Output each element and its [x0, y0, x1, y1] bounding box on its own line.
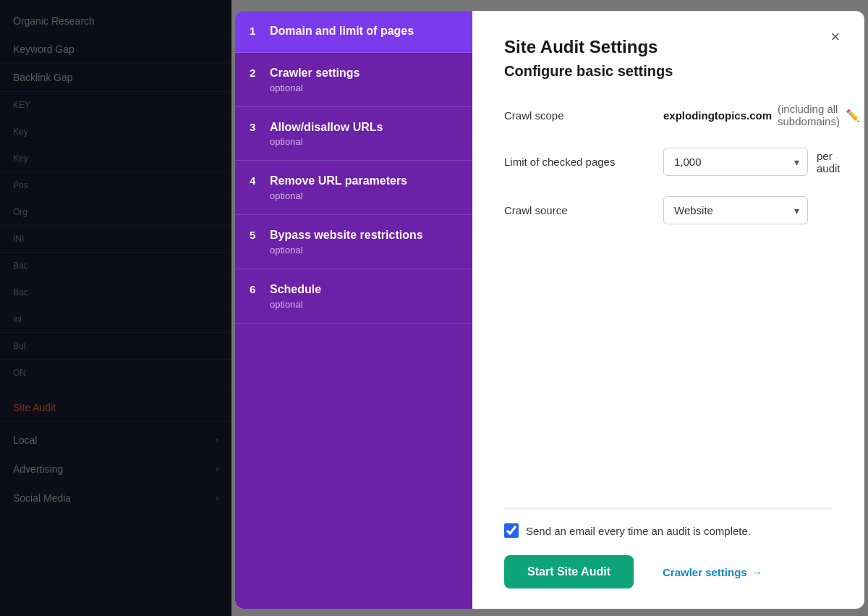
- crawl-scope-suffix: (including all subdomains): [778, 103, 840, 127]
- crawl-source-select[interactable]: Website Sitemap Both: [663, 196, 808, 224]
- modal-title: Site Audit Settings: [504, 37, 833, 57]
- step-2-number: 2: [250, 66, 270, 79]
- sidebar-item-step-3[interactable]: 3 Allow/disallow URLs optional: [235, 107, 472, 161]
- step-4-number: 4: [250, 174, 270, 187]
- sidebar-item-step-6[interactable]: 6 Schedule optional: [235, 269, 472, 324]
- email-notification-label: Send an email every time an audit is com…: [526, 525, 751, 537]
- crawl-source-select-wrapper: Website Sitemap Both ▾: [663, 196, 808, 224]
- modal-sidebar: 1 Domain and limit of pages 2 Crawler se…: [235, 11, 472, 609]
- modal-main-content: × Site Audit Settings Configure basic se…: [472, 11, 864, 609]
- crawler-settings-link[interactable]: Crawler settings →: [663, 566, 762, 578]
- limit-pages-label: Limit of checked pages: [504, 156, 663, 168]
- step-5-title: Bypass website restrictions: [270, 228, 423, 243]
- step-1-title: Domain and limit of pages: [270, 24, 414, 39]
- limit-pages-row: Limit of checked pages 100 500 1,000 5,0…: [504, 148, 833, 176]
- modal-actions-row: Start Site Audit Crawler settings →: [504, 555, 833, 588]
- limit-pages-select[interactable]: 100 500 1,000 5,000 10,000 20,000 50,000…: [663, 148, 808, 176]
- step-4-optional: optional: [270, 190, 407, 201]
- close-button[interactable]: ×: [824, 25, 847, 48]
- step-3-title: Allow/disallow URLs: [270, 120, 383, 135]
- crawler-settings-arrow-icon: →: [752, 566, 762, 578]
- step-3-optional: optional: [270, 136, 383, 147]
- sidebar-item-step-1[interactable]: 1 Domain and limit of pages: [235, 11, 472, 53]
- crawl-source-row: Crawl source Website Sitemap Both ▾: [504, 196, 833, 224]
- crawl-scope-value: explodingtopics.com (including all subdo…: [663, 103, 860, 127]
- step-4-title: Remove URL parameters: [270, 174, 407, 189]
- crawl-scope-row: Crawl scope explodingtopics.com (includi…: [504, 103, 833, 127]
- step-1-number: 1: [250, 24, 270, 37]
- site-audit-modal: 1 Domain and limit of pages 2 Crawler se…: [235, 11, 864, 609]
- step-6-title: Schedule: [270, 282, 321, 298]
- step-3-number: 3: [250, 120, 270, 133]
- crawl-scope-label: Crawl scope: [504, 109, 663, 122]
- per-audit-label: per audit: [817, 150, 841, 174]
- sidebar-item-step-5[interactable]: 5 Bypass website restrictions optional: [235, 215, 472, 269]
- email-notification-checkbox[interactable]: [504, 523, 519, 538]
- step-5-optional: optional: [270, 245, 423, 256]
- step-2-optional: optional: [270, 83, 359, 93]
- crawler-settings-label: Crawler settings: [663, 566, 747, 578]
- sidebar-item-step-4[interactable]: 4 Remove URL parameters optional: [235, 161, 472, 215]
- modal-subtitle: Configure basic settings: [504, 63, 833, 80]
- sidebar-item-step-2[interactable]: 2 Crawler settings optional: [235, 53, 472, 107]
- crawl-source-label: Crawl source: [504, 204, 663, 216]
- crawl-scope-domain: explodingtopics.com: [663, 109, 772, 122]
- step-6-number: 6: [250, 282, 270, 295]
- modal-footer: Send an email every time an audit is com…: [504, 508, 833, 588]
- step-5-number: 5: [250, 228, 270, 241]
- edit-crawl-scope-icon[interactable]: ✏️: [846, 109, 860, 122]
- step-6-optional: optional: [270, 299, 321, 310]
- step-2-title: Crawler settings: [270, 66, 359, 81]
- email-notification-row: Send an email every time an audit is com…: [504, 523, 833, 538]
- limit-pages-select-wrapper: 100 500 1,000 5,000 10,000 20,000 50,000…: [663, 148, 808, 176]
- start-site-audit-button[interactable]: Start Site Audit: [504, 555, 634, 588]
